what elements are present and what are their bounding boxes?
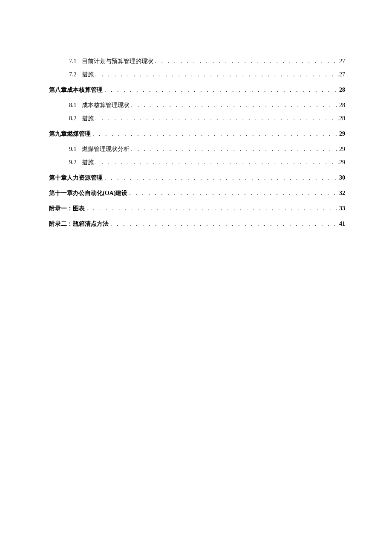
toc-entry: 9.1 燃煤管理现状分析 . . . . . . . . . . . . . .… [49,145,345,153]
toc-title: 目前计划与预算管理的现状 [82,58,153,65]
toc-title: 措施 [82,71,94,78]
toc-page: 29 [339,131,345,137]
toc-entry: 第十一章办公自动化(OA)建设 . . . . . . . . . . . . … [49,189,345,197]
toc-dots: . . . . . . . . . . . . . . . . . . . . … [94,115,340,122]
toc-title: 措施 [82,159,94,166]
toc-page: 27 [339,71,345,78]
toc-number: 7.1 [69,58,77,65]
toc-dots: . . . . . . . . . . . . . . . . . . . . … [109,221,339,227]
toc-page: 28 [339,87,345,93]
toc-entry: 附录二：瓶箱清点方法 . . . . . . . . . . . . . . .… [49,220,345,228]
toc-entry: 9.2 措施 . . . . . . . . . . . . . . . . .… [49,159,345,166]
toc-page: 33 [339,205,345,212]
toc-number: 8.1 [69,102,77,109]
toc-page: 29 [339,146,345,153]
toc-page: 28 [339,102,345,109]
toc-dots: . . . . . . . . . . . . . . . . . . . . … [94,71,340,78]
toc-title: 第十章人力资源管理 [49,174,103,182]
toc-title: 燃煤管理现状分析 [82,145,130,153]
toc-page: 32 [339,190,345,197]
toc-dots: . . . . . . . . . . . . . . . . . . . . … [103,174,339,181]
toc-title: 第十一章办公自动化(OA)建设 [49,189,127,197]
toc-dots: . . . . . . . . . . . . . . . . . . . . … [85,205,339,212]
toc-number: 9.2 [69,159,77,166]
toc-dots: . . . . . . . . . . . . . . . . . . . . … [103,87,339,93]
toc-entry: 8.2 措施 . . . . . . . . . . . . . . . . .… [49,115,345,122]
toc-dots: . . . . . . . . . . . . . . . . . . . . … [130,102,340,109]
toc-page: 41 [339,221,345,227]
toc-entry: 附录一：图表 . . . . . . . . . . . . . . . . .… [49,205,345,212]
toc-page: 29 [339,159,345,166]
toc-dots: . . . . . . . . . . . . . . . . . . . . … [94,159,340,166]
toc-page: 28 [339,115,345,122]
toc-entry: 第十章人力资源管理 . . . . . . . . . . . . . . . … [49,174,345,182]
toc-number: 8.2 [69,115,77,122]
toc-title: 措施 [82,115,94,122]
toc-title: 附录一：图表 [49,205,85,212]
toc-page: 27 [339,58,345,65]
toc-entry: 7.2 措施 . . . . . . . . . . . . . . . . .… [49,71,345,78]
toc-title: 第八章成本核算管理 [49,86,103,94]
toc-dots: . . . . . . . . . . . . . . . . . . . . … [130,146,340,153]
toc-entry: 7.1 目前计划与预算管理的现状 . . . . . . . . . . . .… [49,58,345,65]
toc-dots: . . . . . . . . . . . . . . . . . . . . … [153,58,340,65]
toc-entry: 第九章燃煤管理 . . . . . . . . . . . . . . . . … [49,130,345,138]
toc-title: 附录二：瓶箱清点方法 [49,220,109,228]
toc-number: 9.1 [69,146,77,153]
toc-number: 7.2 [69,71,77,78]
toc-dots: . . . . . . . . . . . . . . . . . . . . … [127,190,339,197]
toc-entry: 第八章成本核算管理 . . . . . . . . . . . . . . . … [49,86,345,94]
toc-page: 30 [339,174,345,181]
toc-title: 成本核算管理现状 [82,102,130,109]
table-of-contents: 7.1 目前计划与预算管理的现状 . . . . . . . . . . . .… [49,58,345,228]
toc-dots: . . . . . . . . . . . . . . . . . . . . … [91,131,339,137]
toc-title: 第九章燃煤管理 [49,130,91,138]
toc-entry: 8.1 成本核算管理现状 . . . . . . . . . . . . . .… [49,102,345,109]
